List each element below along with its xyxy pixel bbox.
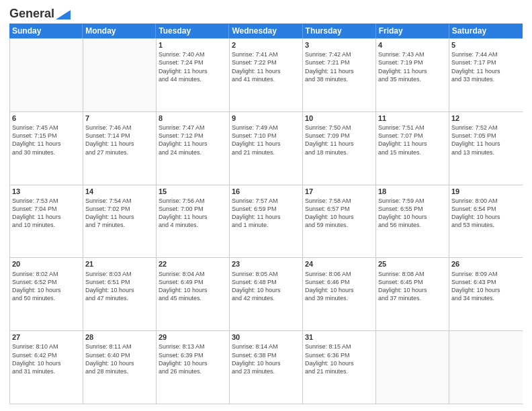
calendar-cell: 11Sunrise: 7:51 AM Sunset: 7:07 PM Dayli… — [376, 112, 449, 185]
day-number: 7 — [85, 113, 154, 123]
day-header-wednesday: Wednesday — [229, 24, 302, 38]
day-number: 24 — [305, 259, 373, 269]
calendar-cell — [376, 331, 449, 404]
day-info: Sunrise: 7:52 AM Sunset: 7:05 PM Dayligh… — [451, 124, 521, 156]
logo-triangle-icon — [56, 10, 71, 19]
day-info: Sunrise: 7:41 AM Sunset: 7:22 PM Dayligh… — [232, 50, 300, 83]
calendar-cell: 10Sunrise: 7:50 AM Sunset: 7:09 PM Dayli… — [303, 112, 376, 185]
calendar-cell: 3Sunrise: 7:42 AM Sunset: 7:21 PM Daylig… — [303, 39, 376, 111]
calendar: SundayMondayTuesdayWednesdayThursdayFrid… — [9, 24, 523, 404]
day-number: 20 — [12, 259, 81, 269]
day-header-monday: Monday — [83, 24, 156, 38]
day-info: Sunrise: 7:45 AM Sunset: 7:15 PM Dayligh… — [12, 124, 81, 156]
calendar-cell: 9Sunrise: 7:49 AM Sunset: 7:10 PM Daylig… — [230, 112, 303, 185]
day-info: Sunrise: 7:56 AM Sunset: 7:00 PM Dayligh… — [159, 197, 227, 230]
calendar-week-4: 20Sunrise: 8:02 AM Sunset: 6:52 PM Dayli… — [10, 257, 523, 330]
calendar-header: SundayMondayTuesdayWednesdayThursdayFrid… — [9, 24, 523, 38]
day-number: 12 — [451, 113, 521, 123]
calendar-week-3: 13Sunrise: 7:53 AM Sunset: 7:04 PM Dayli… — [10, 185, 523, 258]
day-info: Sunrise: 8:02 AM Sunset: 6:52 PM Dayligh… — [12, 270, 81, 303]
calendar-cell: 31Sunrise: 8:15 AM Sunset: 6:36 PM Dayli… — [303, 331, 376, 404]
day-info: Sunrise: 7:58 AM Sunset: 6:57 PM Dayligh… — [305, 197, 373, 230]
logo-line1: General — [9, 7, 71, 21]
day-info: Sunrise: 8:08 AM Sunset: 6:45 PM Dayligh… — [378, 270, 447, 303]
day-number: 25 — [378, 259, 447, 269]
calendar-week-1: 1Sunrise: 7:40 AM Sunset: 7:24 PM Daylig… — [10, 38, 523, 111]
logo-general: General — [9, 7, 54, 21]
day-info: Sunrise: 8:04 AM Sunset: 6:49 PM Dayligh… — [159, 270, 227, 303]
calendar-cell: 30Sunrise: 8:14 AM Sunset: 6:38 PM Dayli… — [230, 331, 303, 404]
day-info: Sunrise: 8:13 AM Sunset: 6:39 PM Dayligh… — [159, 342, 227, 375]
day-info: Sunrise: 8:00 AM Sunset: 6:54 PM Dayligh… — [451, 197, 521, 230]
calendar-cell — [10, 39, 83, 111]
day-info: Sunrise: 7:51 AM Sunset: 7:07 PM Dayligh… — [378, 124, 447, 156]
day-header-saturday: Saturday — [449, 24, 523, 38]
day-number: 16 — [232, 187, 300, 196]
calendar-cell: 5Sunrise: 7:44 AM Sunset: 7:17 PM Daylig… — [449, 39, 523, 111]
day-info: Sunrise: 7:40 AM Sunset: 7:24 PM Dayligh… — [159, 50, 227, 83]
day-info: Sunrise: 8:14 AM Sunset: 6:38 PM Dayligh… — [232, 342, 300, 375]
day-info: Sunrise: 8:06 AM Sunset: 6:46 PM Dayligh… — [305, 270, 373, 303]
day-header-tuesday: Tuesday — [156, 24, 229, 38]
calendar-cell: 22Sunrise: 8:04 AM Sunset: 6:49 PM Dayli… — [157, 258, 230, 330]
day-info: Sunrise: 7:59 AM Sunset: 6:55 PM Dayligh… — [378, 197, 447, 230]
calendar-body: 1Sunrise: 7:40 AM Sunset: 7:24 PM Daylig… — [9, 38, 523, 404]
day-header-friday: Friday — [376, 24, 449, 38]
day-info: Sunrise: 7:43 AM Sunset: 7:19 PM Dayligh… — [378, 50, 447, 83]
day-info: Sunrise: 8:05 AM Sunset: 6:48 PM Dayligh… — [232, 270, 300, 303]
day-info: Sunrise: 7:44 AM Sunset: 7:17 PM Dayligh… — [451, 50, 521, 83]
day-number: 2 — [232, 40, 300, 50]
calendar-cell: 21Sunrise: 8:03 AM Sunset: 6:51 PM Dayli… — [83, 258, 157, 330]
calendar-cell: 7Sunrise: 7:46 AM Sunset: 7:14 PM Daylig… — [83, 112, 157, 185]
calendar-cell: 23Sunrise: 8:05 AM Sunset: 6:48 PM Dayli… — [230, 258, 303, 330]
calendar-cell: 18Sunrise: 7:59 AM Sunset: 6:55 PM Dayli… — [376, 185, 449, 258]
calendar-cell: 28Sunrise: 8:11 AM Sunset: 6:40 PM Dayli… — [83, 331, 157, 404]
day-number: 19 — [451, 187, 521, 196]
calendar-cell: 17Sunrise: 7:58 AM Sunset: 6:57 PM Dayli… — [303, 185, 376, 258]
calendar-cell: 13Sunrise: 7:53 AM Sunset: 7:04 PM Dayli… — [10, 185, 83, 258]
day-info: Sunrise: 8:09 AM Sunset: 6:43 PM Dayligh… — [451, 270, 521, 303]
calendar-cell: 1Sunrise: 7:40 AM Sunset: 7:24 PM Daylig… — [157, 39, 230, 111]
day-number: 1 — [159, 40, 227, 50]
day-header-sunday: Sunday — [9, 24, 83, 38]
day-number: 30 — [232, 332, 300, 342]
calendar-week-2: 6Sunrise: 7:45 AM Sunset: 7:15 PM Daylig… — [10, 111, 523, 185]
day-number: 21 — [85, 259, 154, 269]
calendar-week-5: 27Sunrise: 8:10 AM Sunset: 6:42 PM Dayli… — [10, 330, 523, 404]
day-info: Sunrise: 8:03 AM Sunset: 6:51 PM Dayligh… — [85, 270, 154, 303]
calendar-cell: 15Sunrise: 7:56 AM Sunset: 7:00 PM Dayli… — [157, 185, 230, 258]
calendar-cell: 25Sunrise: 8:08 AM Sunset: 6:45 PM Dayli… — [376, 258, 449, 330]
day-number: 3 — [305, 40, 373, 50]
day-info: Sunrise: 8:11 AM Sunset: 6:40 PM Dayligh… — [85, 342, 154, 375]
day-info: Sunrise: 7:54 AM Sunset: 7:02 PM Dayligh… — [85, 197, 154, 230]
calendar-cell: 24Sunrise: 8:06 AM Sunset: 6:46 PM Dayli… — [303, 258, 376, 330]
day-info: Sunrise: 7:50 AM Sunset: 7:09 PM Dayligh… — [305, 124, 373, 156]
calendar-cell: 29Sunrise: 8:13 AM Sunset: 6:39 PM Dayli… — [157, 331, 230, 404]
day-number: 5 — [451, 40, 521, 50]
day-number: 4 — [378, 40, 447, 50]
day-number: 17 — [305, 187, 373, 196]
day-number: 10 — [305, 113, 373, 123]
day-info: Sunrise: 8:10 AM Sunset: 6:42 PM Dayligh… — [12, 342, 81, 375]
day-number: 27 — [12, 332, 81, 342]
day-info: Sunrise: 7:47 AM Sunset: 7:12 PM Dayligh… — [159, 124, 227, 156]
day-number: 22 — [159, 259, 227, 269]
calendar-cell: 6Sunrise: 7:45 AM Sunset: 7:15 PM Daylig… — [10, 112, 83, 185]
page: General SundayMondayTuesdayWednesdayThur… — [0, 0, 532, 411]
day-info: Sunrise: 7:57 AM Sunset: 6:59 PM Dayligh… — [232, 197, 300, 230]
calendar-cell: 12Sunrise: 7:52 AM Sunset: 7:05 PM Dayli… — [449, 112, 523, 185]
day-number: 8 — [159, 113, 227, 123]
calendar-cell: 19Sunrise: 8:00 AM Sunset: 6:54 PM Dayli… — [449, 185, 523, 258]
day-number: 28 — [85, 332, 154, 342]
day-number: 11 — [378, 113, 447, 123]
day-number: 13 — [12, 187, 81, 196]
day-info: Sunrise: 7:49 AM Sunset: 7:10 PM Dayligh… — [232, 124, 300, 156]
day-number: 31 — [305, 332, 373, 342]
day-number: 29 — [159, 332, 227, 342]
day-number: 14 — [85, 187, 154, 196]
calendar-cell: 2Sunrise: 7:41 AM Sunset: 7:22 PM Daylig… — [230, 39, 303, 111]
svg-marker-0 — [56, 10, 71, 19]
calendar-cell — [83, 39, 157, 111]
calendar-cell: 14Sunrise: 7:54 AM Sunset: 7:02 PM Dayli… — [83, 185, 157, 258]
calendar-cell: 8Sunrise: 7:47 AM Sunset: 7:12 PM Daylig… — [157, 112, 230, 185]
